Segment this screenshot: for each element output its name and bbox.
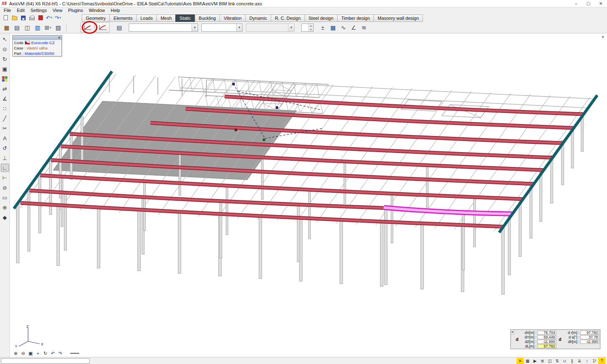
zoom-tool[interactable]: ⊙ — [1, 45, 9, 53]
menu-window[interactable]: Window — [86, 7, 108, 14]
linear-static-analysis-button[interactable] — [80, 22, 94, 33]
parts-tool[interactable]: ▭ — [1, 193, 9, 202]
save-file-button[interactable] — [19, 14, 27, 21]
model-viewport[interactable]: ✕ Code Eurocode-CZ Case : vlastní váha P… — [10, 33, 607, 357]
zoom-out-button[interactable]: ⊖ — [20, 350, 26, 357]
perpendicular-tool[interactable]: ⊥ — [1, 154, 9, 162]
result-component-combo[interactable]: ▾ — [201, 23, 243, 32]
menu-file[interactable]: File — [1, 7, 14, 14]
analysis-settings-button[interactable]: ▤ — [114, 23, 124, 33]
chevron-down-icon[interactable]: ▾ — [236, 24, 242, 31]
tab-mesh[interactable]: Mesh — [156, 14, 175, 22]
chevron-down-icon[interactable]: ▾ — [191, 24, 198, 31]
spinner-up-icon[interactable]: ▲ — [309, 24, 313, 28]
minimize-button[interactable]: – — [570, 0, 582, 7]
text-label-tool[interactable]: A — [1, 134, 9, 142]
extreme-values-button[interactable]: ± — [318, 23, 328, 33]
grid-snap-icon[interactable]: ▦ — [524, 358, 531, 364]
help-status-icon[interactable]: ? — [598, 358, 605, 364]
coordinate-panel-close-icon[interactable]: ✕ — [511, 330, 514, 334]
menu-edit[interactable]: Edit — [14, 7, 28, 14]
dh-value[interactable]: -11.990 — [580, 340, 599, 344]
step-spinner[interactable]: ▲▼ — [301, 23, 314, 32]
superscript-icon[interactable]: 1² — [591, 358, 598, 364]
delta-mode-indicator-polar[interactable]: d — [558, 330, 562, 348]
selection-tool[interactable]: ↖ — [1, 35, 9, 43]
tab-masonry-wall-design[interactable]: Masonry wall design — [373, 14, 423, 22]
menu-help[interactable]: Help — [108, 7, 123, 14]
da-value[interactable]: 37.78 — [580, 335, 599, 339]
display-mode-combo[interactable]: ▾ — [246, 23, 295, 32]
display-layers-icon[interactable]: ◫ — [546, 358, 553, 364]
dy-value[interactable]: 59.449 — [537, 335, 556, 339]
table-browser-button[interactable]: ▦ — [2, 23, 12, 33]
delta-mode-indicator[interactable]: d — [515, 330, 519, 348]
result-tables-button[interactable]: ▦ — [328, 23, 338, 33]
previous-view-button[interactable]: ↶ — [50, 350, 56, 357]
info-tool[interactable]: ◆ — [1, 213, 9, 221]
menu-plugins[interactable]: Plugins — [65, 7, 86, 14]
drawing-library-button[interactable]: ▥ — [33, 23, 43, 33]
draw-line-tool[interactable]: ╱ — [1, 114, 9, 122]
command-line-input[interactable] — [1, 358, 90, 364]
menu-settings[interactable]: Settings — [28, 7, 50, 14]
tab-static[interactable]: Static — [175, 14, 195, 22]
dimension-tool[interactable]: ∡ — [1, 94, 9, 103]
model-3d-view[interactable] — [10, 33, 607, 357]
chevron-down-icon[interactable]: ▾ — [288, 24, 294, 31]
dropdown-arrow-icon[interactable]: ▾ — [50, 26, 52, 29]
node-grid-tool[interactable]: ∷ — [1, 104, 9, 113]
nonlinear-static-analysis-button[interactable] — [96, 22, 110, 33]
viewport-close-icon[interactable]: ✕ — [600, 35, 605, 40]
rotate-view-tool[interactable]: ↻ — [1, 55, 9, 63]
open-file-button[interactable] — [10, 14, 19, 21]
pdf-export-button[interactable] — [36, 14, 45, 21]
dropdown-arrow-icon[interactable]: ▾ — [59, 16, 61, 19]
delete-mode-icon[interactable]: ✕ — [517, 358, 524, 364]
redo-button[interactable]: ↷▾ — [54, 14, 62, 21]
layer-manager-button[interactable]: ◫ — [22, 23, 32, 33]
magnet-snap-icon[interactable]: ∪ — [561, 358, 568, 364]
modify-tool[interactable]: ⊕ — [1, 203, 9, 211]
report-maker-button[interactable]: ▤ — [12, 23, 22, 33]
tab-geometry[interactable]: Geometry — [82, 14, 109, 22]
pan-button[interactable]: + — [35, 350, 41, 357]
intersect-tool[interactable]: ∟ — [1, 164, 9, 172]
load-case-combo[interactable]: ▾ — [129, 23, 198, 32]
diagram-display-button[interactable]: ∿ — [338, 23, 348, 33]
display-options-button[interactable]: ▧ — [53, 23, 63, 33]
display-mode-tool[interactable]: ▣ — [1, 65, 9, 73]
zoom-in-button[interactable]: ⊕ — [12, 350, 19, 357]
run-analysis-icon[interactable]: ▶ — [531, 358, 539, 364]
cut-tool[interactable]: ✂ — [1, 124, 9, 132]
line-thickness-sample[interactable] — [70, 353, 79, 354]
new-file-button[interactable] — [2, 14, 10, 21]
tab-steel-design[interactable]: Steel design — [305, 14, 338, 22]
tab-dynamic[interactable]: Dynamic — [245, 14, 271, 22]
menu-view[interactable]: View — [50, 7, 65, 14]
print-button[interactable] — [28, 14, 36, 21]
rotate-button[interactable]: ↻ — [42, 350, 49, 357]
dr-value[interactable]: 97.782 — [580, 331, 599, 335]
tab-r-c-design[interactable]: R. C. Design — [271, 14, 304, 22]
info-panel-close-icon[interactable]: ✕ — [57, 35, 61, 40]
tab-elements[interactable]: Elements — [109, 14, 136, 22]
color-coding-tool[interactable] — [1, 75, 9, 83]
tab-loads[interactable]: Loads — [136, 14, 156, 22]
save-to-drawing-library-button[interactable]: ⊞▾ — [43, 23, 53, 33]
next-view-button[interactable]: ↷ — [57, 350, 64, 357]
tab-timber-design[interactable]: Timber design — [337, 14, 373, 22]
section-segment-button[interactable]: ∠ — [349, 23, 359, 33]
undo-button[interactable]: ↶▾ — [45, 14, 53, 21]
parallel-snap-icon[interactable]: ∥ — [569, 358, 576, 364]
maximize-button[interactable]: ▢ — [582, 0, 595, 7]
refresh-tool[interactable]: ↺ — [1, 144, 9, 152]
dz-value[interactable]: -11.990 — [537, 340, 556, 344]
vertical-range-icon[interactable]: ↕ — [583, 358, 590, 364]
tab-buckling[interactable]: Buckling — [195, 14, 220, 22]
close-button[interactable]: ✕ — [595, 0, 607, 7]
dl-value[interactable]: 97.782 — [537, 344, 556, 348]
delete-tool[interactable]: ⊘ — [1, 183, 9, 192]
sort-icon[interactable]: ⇅ — [554, 358, 561, 364]
spinner-down-icon[interactable]: ▼ — [309, 28, 313, 31]
